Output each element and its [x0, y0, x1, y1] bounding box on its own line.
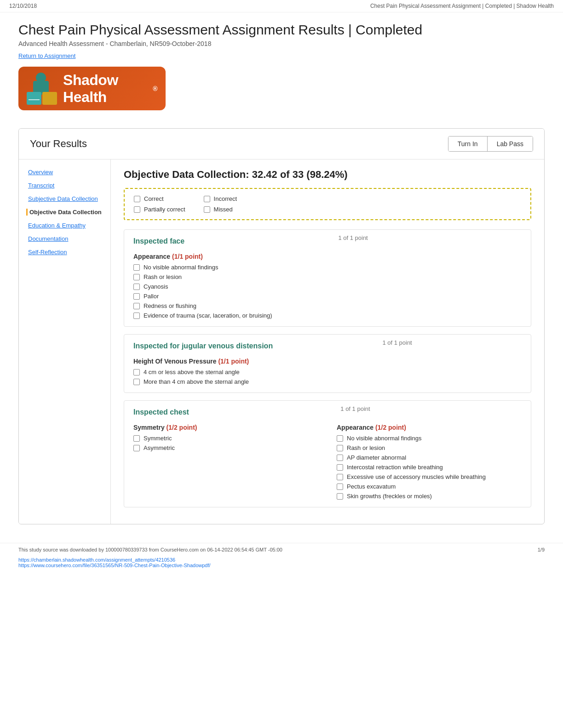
option-more-4cm: More than 4 cm above the sternal angle	[133, 378, 522, 385]
results-header: Your Results Turn In Lab Pass	[19, 129, 544, 159]
results-card: Your Results Turn In Lab Pass Overview T…	[18, 128, 545, 524]
subsection-jugular: Inspected for jugular venous distension …	[124, 334, 531, 393]
field-label-symmetry: Symmetry (1/2 point)	[133, 424, 318, 431]
sidebar-item-education[interactable]: Education & Empathy	[26, 222, 103, 229]
cb-redness	[133, 303, 140, 309]
appearance-face-options: No visible abnormal findings Rash or les…	[133, 264, 522, 319]
sidebar-item-overview[interactable]: Overview	[26, 169, 103, 176]
cb-asymmetric	[133, 445, 140, 451]
subsection-inspected-face: Inspected face 1 of 1 point Appearance (…	[124, 229, 531, 327]
option-no-visible: No visible abnormal findings	[133, 264, 522, 271]
subsection-face-header: Inspected face 1 of 1 point	[133, 237, 522, 247]
legend-incorrect: Incorrect	[204, 195, 237, 202]
return-to-assignment-link[interactable]: Return to Assignment	[18, 52, 75, 59]
subsection-jugular-points: 1 of 1 point	[382, 339, 412, 346]
cb-more-4cm	[133, 379, 140, 385]
option-cyanosis: Cyanosis	[133, 283, 522, 290]
cb-skin-growths	[337, 493, 343, 500]
cb-accessory	[337, 474, 343, 480]
sidebar-item-transcript[interactable]: Transcript	[26, 182, 103, 189]
main-content: Objective Data Collection: 32.42 of 33 (…	[111, 159, 544, 524]
sidebar-item-objective[interactable]: Objective Data Collection	[26, 209, 103, 216]
legend-incorrect-label: Incorrect	[214, 195, 237, 202]
logo-bg: Shadow Health®	[18, 67, 166, 110]
sidebar-item-documentation[interactable]: Documentation	[26, 235, 103, 242]
turn-in-button[interactable]: Turn In	[448, 136, 488, 151]
footer-page-num: 1/9	[538, 547, 545, 552]
legend-box: Correct Partially correct Incorrect	[124, 188, 531, 220]
cb-rash-lesion-chest	[337, 445, 343, 451]
option-intercostal: Intercostal retraction while breathing	[337, 464, 522, 471]
legend-correct-label: Correct	[144, 195, 164, 202]
cb-no-visible	[133, 264, 140, 271]
cb-cyanosis	[133, 284, 140, 290]
field-label-appearance-face: Appearance (1/1 point)	[133, 253, 522, 260]
option-asymmetric: Asymmetric	[133, 444, 318, 451]
appearance-chest-options: No visible abnormal findings Rash or les…	[337, 435, 522, 500]
option-skin-growths: Skin growths (freckles or moles)	[337, 493, 522, 500]
sidebar-item-subjective[interactable]: Subjective Data Collection	[26, 195, 103, 202]
cb-ap-diameter	[337, 455, 343, 461]
cb-trauma	[133, 313, 140, 319]
chest-col-appearance: Appearance (1/2 point) No visible abnorm…	[337, 424, 522, 500]
legend-missed-label: Missed	[214, 206, 233, 213]
option-rash-lesion-chest: Rash or lesion	[337, 444, 522, 451]
checkbox-correct	[134, 196, 140, 202]
sidebar-item-self-reflection[interactable]: Self-Reflection	[26, 249, 103, 256]
header-buttons: Turn In Lab Pass	[448, 136, 533, 152]
results-body: Overview Transcript Subjective Data Coll…	[19, 159, 544, 524]
subsection-chest-title: Inspected chest	[133, 408, 189, 416]
field-label-appearance-chest: Appearance (1/2 point)	[337, 424, 522, 431]
chest-col-symmetry: Symmetry (1/2 point) Symmetric Asymmetri…	[133, 424, 318, 500]
footer-url2[interactable]: https://www.coursehero.com/file/36351565…	[18, 563, 545, 568]
field-label-venous-pressure: Height Of Venous Pressure (1/1 point)	[133, 358, 522, 365]
top-bar: 12/10/2018 Chest Pain Physical Assessmen…	[0, 0, 563, 12]
footer-bar: This study source was downloaded by 1000…	[0, 543, 563, 556]
option-trauma: Evidence of trauma (scar, laceration, or…	[133, 312, 522, 319]
page-title: Chest Pain Physical Assessment Assignmen…	[18, 22, 545, 38]
subsection-chest: Inspected chest 1 of 1 point Symmetry (1…	[124, 400, 531, 507]
subsection-jugular-header: Inspected for jugular venous distension …	[133, 342, 522, 352]
cb-4cm-less	[133, 369, 140, 375]
option-redness: Redness or flushing	[133, 302, 522, 309]
option-rash-lesion: Rash or lesion	[133, 273, 522, 280]
subsection-jugular-title: Inspected for jugular venous distension	[133, 342, 273, 350]
chest-two-col: Symmetry (1/2 point) Symmetric Asymmetri…	[133, 424, 522, 500]
page-title-bar: Chest Pain Physical Assessment Assignmen…	[370, 3, 554, 9]
cb-pallor	[133, 293, 140, 300]
option-symmetric: Symmetric	[133, 435, 318, 442]
cb-symmetric	[133, 435, 140, 442]
subsection-chest-inner: Symmetry (1/2 point) Symmetric Asymmetri…	[133, 424, 522, 500]
section-heading: Objective Data Collection: 32.42 of 33 (…	[124, 169, 531, 181]
legend-col-1: Correct Partially correct	[134, 195, 185, 213]
option-pallor: Pallor	[133, 293, 522, 300]
subsection-face-points: 1 of 1 point	[338, 234, 368, 241]
logo-area: Shadow Health®	[18, 67, 175, 117]
legend-correct: Correct	[134, 195, 185, 202]
checkbox-partial	[134, 206, 140, 213]
checkbox-missed	[204, 206, 210, 213]
footer-url1[interactable]: https://chamberlain.shadowhealth.com/ass…	[18, 557, 545, 563]
subsection-face-inner: Appearance (1/1 point) No visible abnorm…	[133, 253, 522, 319]
subsection-jugular-inner: Height Of Venous Pressure (1/1 point) 4 …	[133, 358, 522, 385]
cb-pectus	[337, 483, 343, 490]
venous-pressure-options: 4 cm or less above the sternal angle Mor…	[133, 369, 522, 385]
logo-name: Shadow Health®	[63, 72, 157, 106]
cb-intercostal	[337, 464, 343, 471]
subsection-face-title: Inspected face	[133, 237, 184, 245]
footer-study-note: This study source was downloaded by 1000…	[18, 547, 282, 552]
subsection-chest-points: 1 of 1 point	[340, 405, 370, 412]
legend-col-2: Incorrect Missed	[204, 195, 237, 213]
option-no-visible-chest: No visible abnormal findings	[337, 435, 522, 442]
legend-partial: Partially correct	[134, 206, 185, 213]
legend-missed: Missed	[204, 206, 237, 213]
checkbox-incorrect	[204, 196, 210, 202]
cb-rash-lesion	[133, 274, 140, 280]
date-label: 12/10/2018	[9, 3, 37, 9]
footer-links: https://chamberlain.shadowhealth.com/ass…	[0, 556, 563, 569]
subsection-chest-header: Inspected chest 1 of 1 point	[133, 408, 522, 418]
lab-pass-button[interactable]: Lab Pass	[488, 136, 533, 151]
option-ap-diameter: AP diameter abnormal	[337, 454, 522, 461]
subtitle: Advanced Health Assessment - Chamberlain…	[18, 40, 545, 47]
legend-partial-label: Partially correct	[144, 206, 185, 213]
